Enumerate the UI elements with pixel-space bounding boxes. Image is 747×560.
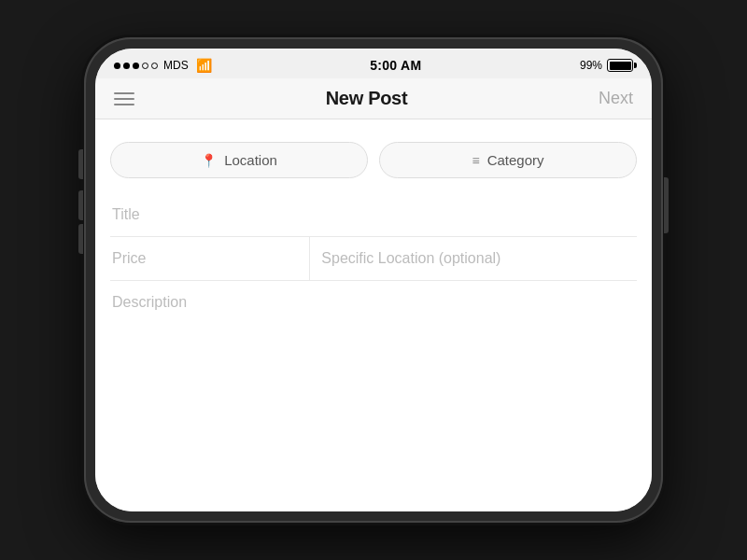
title-input[interactable] bbox=[112, 206, 635, 223]
signal-dot-1 bbox=[114, 63, 120, 69]
battery-percent-label: 99% bbox=[580, 59, 602, 72]
specific-location-field bbox=[310, 237, 637, 280]
wifi-icon: 📶 bbox=[196, 58, 212, 73]
signal-dots bbox=[114, 63, 158, 69]
location-filter-label: Location bbox=[224, 152, 277, 168]
page-title: New Post bbox=[326, 88, 408, 109]
category-filter-label: Category bbox=[487, 152, 544, 168]
price-field bbox=[110, 237, 310, 280]
status-left: MDS 📶 bbox=[114, 58, 212, 73]
screen: MDS 📶 5:00 AM 99% New Post Next bbox=[95, 49, 652, 511]
hamburger-menu-button[interactable] bbox=[114, 92, 134, 105]
phone-frame: MDS 📶 5:00 AM 99% New Post Next bbox=[84, 37, 663, 523]
location-filter-button[interactable]: 📍 Location bbox=[110, 142, 368, 178]
time-label: 5:00 AM bbox=[370, 58, 421, 73]
description-input[interactable] bbox=[112, 294, 635, 361]
nav-bar: New Post Next bbox=[95, 78, 652, 119]
pin-icon: 📍 bbox=[201, 153, 217, 168]
filter-row: 📍 Location ≡ Category bbox=[110, 134, 637, 193]
main-content: 📍 Location ≡ Category bbox=[95, 119, 652, 511]
title-field-row bbox=[110, 193, 637, 237]
hamburger-line-1 bbox=[114, 92, 134, 94]
status-right: 99% bbox=[580, 59, 633, 72]
signal-dot-4 bbox=[142, 63, 148, 69]
price-input[interactable] bbox=[112, 250, 307, 267]
battery-fill bbox=[610, 62, 631, 70]
hamburger-line-2 bbox=[114, 98, 134, 100]
carrier-label: MDS bbox=[163, 59, 189, 72]
signal-dot-5 bbox=[151, 63, 158, 69]
category-icon: ≡ bbox=[472, 153, 479, 168]
signal-dot-2 bbox=[123, 63, 130, 69]
hamburger-line-3 bbox=[114, 104, 134, 105]
status-bar: MDS 📶 5:00 AM 99% bbox=[95, 49, 652, 78]
description-field-row bbox=[110, 281, 637, 497]
next-button[interactable]: Next bbox=[599, 89, 633, 108]
split-row bbox=[110, 237, 637, 281]
specific-location-input[interactable] bbox=[321, 250, 626, 267]
signal-dot-3 bbox=[133, 63, 139, 69]
category-filter-button[interactable]: ≡ Category bbox=[379, 142, 637, 178]
battery-icon bbox=[607, 59, 633, 72]
